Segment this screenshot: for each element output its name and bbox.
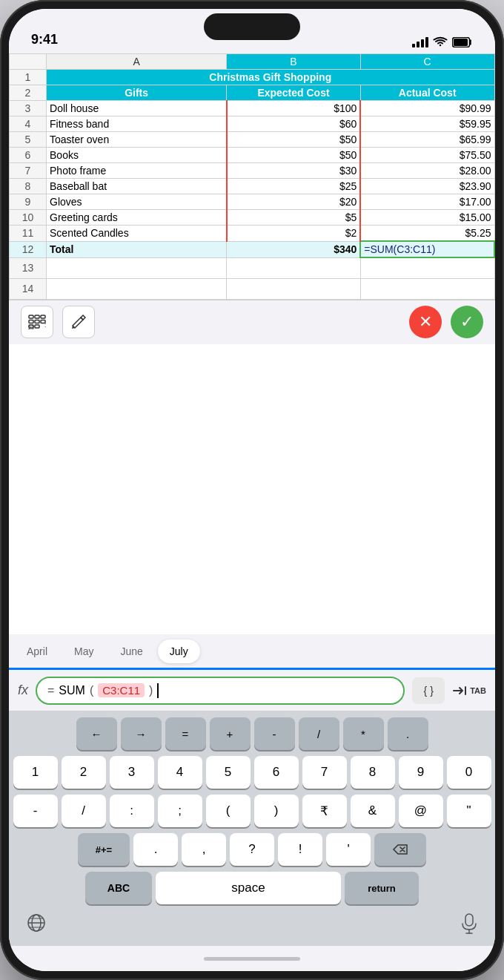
delete-icon [392,843,408,855]
numpad-icon: 1 2 3 [28,315,46,329]
key-5[interactable]: 5 [206,756,251,789]
key-6[interactable]: 6 [254,756,299,789]
key-7[interactable]: 7 [302,756,347,789]
tab-april[interactable]: April [15,639,59,663]
key-minus[interactable]: - [13,795,58,827]
col-a-header: A [47,54,227,70]
key-right-arrow[interactable]: → [121,717,162,750]
phone-frame: 9:41 [0,0,504,980]
key-return[interactable]: return [345,872,419,904]
svg-rect-9 [35,325,39,328]
tab-label: TAB [470,686,486,695]
key-open-paren[interactable]: ( [206,795,251,827]
sheet-tabs: April May June July [9,634,495,670]
key-dot-nav[interactable]: . [388,717,428,750]
total-row: 12 Total $340 =SUM(C3:C11) [10,241,495,257]
globe-button[interactable] [12,913,251,934]
mic-button[interactable] [254,913,493,934]
empty-row-13: 13 [10,257,495,278]
key-at[interactable]: @ [399,795,443,827]
bottom-icons-row [12,910,492,937]
table-row: 5 Toaster oven $50 $65.99 [10,132,495,148]
cancel-button[interactable]: ✕ [409,306,442,338]
key-comma[interactable]: , [182,833,226,866]
tab-key[interactable]: TAB [452,684,486,697]
sheet-title: Christmas Gift Shopping [47,70,494,85]
table-row: 11 Scented Candles $2 $5.25 [10,226,495,242]
expected-cost-header: Expected Cost [227,85,361,101]
key-colon[interactable]: : [110,795,154,827]
key-question[interactable]: ? [230,833,274,866]
key-ampersand[interactable]: & [351,795,395,827]
title-row: 1 Christmas Gift Shopping [10,70,495,85]
svg-rect-5 [29,320,33,323]
number-row: 1 2 3 4 5 6 7 8 9 0 [12,756,492,789]
svg-rect-6 [35,320,39,323]
table-row: 9 Gloves $20 $17.00 [10,194,495,210]
mic-icon [461,913,477,934]
spreadsheet-container: A B C 1 Christmas Gift Shopping [9,53,495,634]
key-semicolon[interactable]: ; [158,795,202,827]
table-row: 7 Photo frame $30 $28.00 [10,163,495,179]
key-space[interactable]: space [156,872,341,904]
total-expected: $340 [227,241,361,257]
key-close-paren[interactable]: ) [254,795,299,827]
formula-input[interactable]: = SUM ( C3:C11 ) [36,677,405,705]
spreadsheet-table: A B C 1 Christmas Gift Shopping [9,53,495,300]
key-apostrophe[interactable]: ' [326,833,371,866]
key-rupee[interactable]: ₹ [302,795,347,827]
key-9[interactable]: 9 [399,756,443,789]
wifi-icon [433,36,448,47]
formula-open-paren: ( [90,684,93,697]
key-asterisk[interactable]: * [343,717,384,750]
formula-cell[interactable]: =SUM(C3:C11) [360,241,494,257]
key-exclaim[interactable]: ! [278,833,322,866]
pen-icon [70,314,87,330]
status-icons [412,36,473,47]
symbol-row: - / : ; ( ) ₹ & @ " [12,795,492,827]
key-3[interactable]: 3 [110,756,154,789]
actual-cost-header: Actual Cost [360,85,494,101]
phone-screen: 9:41 [9,9,495,971]
gifts-header: Gifts [47,85,227,101]
confirm-icon: ✓ [460,312,474,332]
dynamic-island [204,13,300,40]
numpad-button[interactable]: 1 2 3 [21,306,53,338]
corner-cell [10,54,47,70]
key-hash-plus[interactable]: #+= [78,833,130,866]
globe-icon [27,913,46,933]
key-equals[interactable]: = [165,717,206,750]
key-abc[interactable]: ABC [85,872,152,904]
formula-bar: fx = SUM ( C3:C11 ) { } TAB [9,670,495,711]
pen-button[interactable] [62,306,95,338]
key-slash[interactable]: / [62,795,106,827]
spreadsheet-wrapper: A B C 1 Christmas Gift Shopping [9,53,495,300]
tab-july[interactable]: July [158,639,200,663]
key-2[interactable]: 2 [62,756,106,789]
col-c-header: C [360,54,494,70]
key-minus-nav[interactable]: - [254,717,295,750]
tab-arrow-icon [452,684,468,697]
key-plus[interactable]: + [210,717,251,750]
key-4[interactable]: 4 [158,756,202,789]
table-row: 3 Doll house $100 $90.99 [10,101,495,116]
keyboard: ← → = + - / * . 1 2 3 4 5 6 7 8 9 0 [9,711,495,946]
column-header-row: A B C [10,54,495,70]
tab-june[interactable]: June [108,639,154,663]
svg-rect-3 [35,315,39,318]
confirm-button[interactable]: ✓ [451,306,483,338]
tab-may[interactable]: May [62,639,105,663]
key-quote[interactable]: " [447,795,491,827]
key-8[interactable]: 8 [351,756,395,789]
key-1[interactable]: 1 [13,756,58,789]
braces-button[interactable]: { } [412,677,445,704]
key-dot[interactable]: . [133,833,178,866]
key-left-arrow[interactable]: ← [76,717,117,750]
key-slash-nav[interactable]: / [299,717,339,750]
col-b-header: B [227,54,361,70]
key-0[interactable]: 0 [447,756,491,789]
svg-rect-4 [41,315,45,318]
table-row: 10 Greeting cards $5 $15.00 [10,210,495,226]
delete-key[interactable] [374,833,426,866]
fx-label: fx [18,683,28,698]
